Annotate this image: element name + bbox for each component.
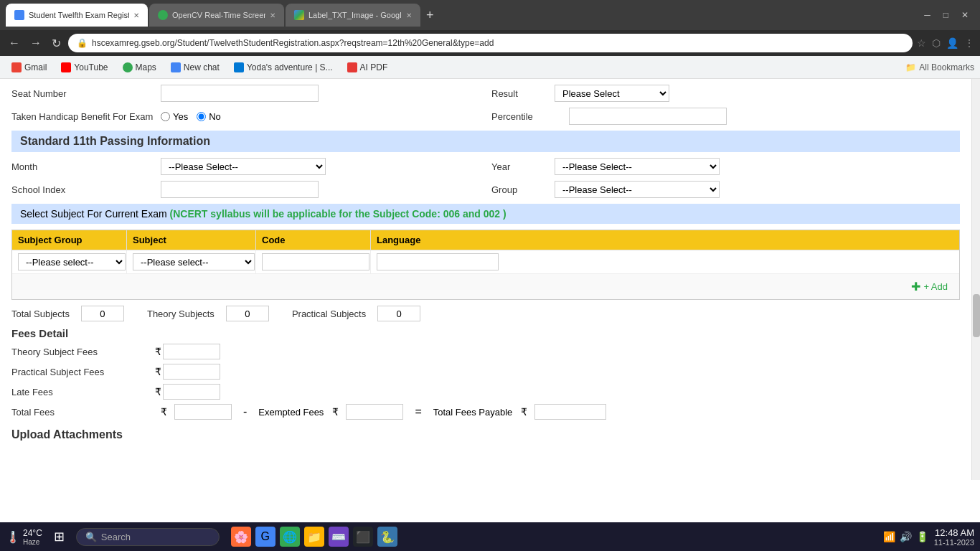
tab-close-1[interactable]: ✕ <box>133 11 139 19</box>
weather-info: 24°C Haze <box>23 528 42 546</box>
total-payable-label: Total Fees Payable <box>433 407 513 418</box>
subject-table: Subject Group Subject Code Language --Pl… <box>11 230 960 300</box>
tab-favicon-2 <box>158 10 168 20</box>
close-button[interactable]: ✕ <box>956 7 974 23</box>
practical-subjects-input[interactable]: 0 <box>377 306 420 321</box>
code-input[interactable] <box>262 253 369 270</box>
radio-yes[interactable] <box>161 112 170 121</box>
col-header-subject-group: Subject Group <box>12 230 127 250</box>
col-header-subject: Subject <box>127 230 256 250</box>
taskbar-icon-files[interactable]: G <box>255 527 275 547</box>
taskbar-icon-browser[interactable]: 🌐 <box>280 527 300 547</box>
payable-currency: ₹ <box>521 406 527 418</box>
clock-time: 12:48 AM <box>934 527 974 538</box>
result-label: Result <box>491 88 549 99</box>
result-pair: Result Please Select <box>491 85 960 102</box>
month-label: Month <box>11 161 155 172</box>
address-icons: ☆ ⬡ 👤 ⋮ <box>917 37 974 49</box>
right-scrollbar[interactable] <box>971 79 980 480</box>
practical-fee-input[interactable] <box>163 364 220 380</box>
radio-no[interactable] <box>197 112 206 121</box>
radio-yes-label[interactable]: Yes <box>161 111 188 122</box>
forward-button[interactable]: → <box>27 34 44 52</box>
reload-button[interactable]: ↻ <box>49 34 64 53</box>
month-select[interactable]: --Please Select-- <box>161 158 326 175</box>
bookmark-yoda[interactable]: Yoda's adventure | S... <box>228 60 339 75</box>
code-cell <box>256 250 371 273</box>
taskbar-search[interactable]: 🔍 Search <box>76 528 220 546</box>
late-fee-input[interactable] <box>163 384 220 400</box>
total-subjects-input[interactable]: 0 <box>81 306 124 321</box>
bookmark-youtube[interactable]: YouTube <box>55 60 113 75</box>
seat-number-label: Seat Number <box>11 88 155 99</box>
add-button-row: ✚ + Add <box>12 273 959 299</box>
bookmark-newchat[interactable]: New chat <box>165 60 225 75</box>
year-select[interactable]: --Please Select-- <box>555 158 720 175</box>
practical-currency: ₹ <box>155 366 161 377</box>
result-select[interactable]: Please Select <box>555 85 669 102</box>
search-icon: 🔍 <box>85 532 97 542</box>
bookmark-gmail[interactable]: Gmail <box>6 60 52 75</box>
practical-fee-row: Practical Subject Fees ₹ <box>11 364 960 380</box>
upload-title: Upload Attachments <box>11 428 960 441</box>
profile-icon[interactable]: 👤 <box>946 37 958 49</box>
subject-select[interactable]: --Please select-- <box>133 253 255 270</box>
battery-icon[interactable]: 🔋 <box>916 531 928 542</box>
tab-close-3[interactable]: ✕ <box>406 11 412 19</box>
bookmarks-folder-icon: 📁 <box>905 62 916 72</box>
minimize-button[interactable]: ─ <box>918 7 936 23</box>
practical-subjects-label: Practical Subjects <box>292 309 366 319</box>
extension-icon[interactable]: ⬡ <box>932 37 941 49</box>
taskbar-icon-python[interactable]: 🐍 <box>377 527 397 547</box>
gmail-icon <box>11 62 22 72</box>
subject-table-header: Subject Group Subject Code Language <box>12 230 959 250</box>
maps-icon <box>123 62 133 72</box>
language-input[interactable] <box>377 253 499 270</box>
taskbar-icon-explorer[interactable]: 📁 <box>304 527 324 547</box>
start-button[interactable]: ⊞ <box>48 526 70 547</box>
taskbar-icon-ide[interactable]: ⌨️ <box>329 527 349 547</box>
school-index-input[interactable] <box>161 181 319 198</box>
menu-icon[interactable]: ⋮ <box>964 37 974 49</box>
exempted-fee-input[interactable] <box>346 404 403 420</box>
taskbar-icon-terminal[interactable]: ⬛ <box>353 527 373 547</box>
group-label: Group <box>491 184 549 195</box>
taskbar-icon-flowers[interactable]: 🌸 <box>231 527 251 547</box>
scrollbar-thumb[interactable] <box>973 294 980 337</box>
bookmark-yoda-label: Yoda's adventure | S... <box>247 62 333 72</box>
radio-no-label[interactable]: No <box>197 111 221 122</box>
star-icon[interactable]: ☆ <box>917 37 926 49</box>
fees-title: Fees Detail <box>11 327 960 339</box>
maximize-button[interactable]: □ <box>938 7 954 23</box>
bookmark-maps[interactable]: Maps <box>117 60 162 75</box>
yoda-icon <box>234 62 244 72</box>
bookmark-newchat-label: New chat <box>184 62 220 72</box>
tab-opencv[interactable]: OpenCV Real-Time Screen Cap ✕ <box>149 4 284 27</box>
new-tab-button[interactable]: + <box>422 8 438 23</box>
add-subject-button[interactable]: ✚ + Add <box>905 277 953 296</box>
bookmark-aipdf[interactable]: AI PDF <box>341 60 394 75</box>
bookmarks-bar: Gmail YouTube Maps New chat Yoda's adven… <box>0 56 980 79</box>
seat-number-input[interactable] <box>161 85 319 102</box>
all-bookmarks[interactable]: 📁 All Bookmarks <box>905 62 974 72</box>
back-button[interactable]: ← <box>6 34 23 52</box>
tab-student-exam[interactable]: Student Twelfth Exam Registrati ✕ <box>6 4 148 27</box>
group-select[interactable]: --Please Select-- <box>555 181 720 198</box>
total-payable-input[interactable] <box>534 404 606 420</box>
network-icon[interactable]: 📶 <box>883 531 895 542</box>
bookmark-gmail-label: Gmail <box>24 62 47 72</box>
volume-icon[interactable]: 🔊 <box>900 531 912 542</box>
taskbar-icons: 🌸 G 🌐 📁 ⌨️ ⬛ 🐍 <box>231 527 397 547</box>
total-fee-input[interactable] <box>174 404 232 420</box>
month-year-row: Month --Please Select-- Year --Please Se… <box>11 158 960 175</box>
tab-close-2[interactable]: ✕ <box>270 11 275 19</box>
theory-fee-input[interactable] <box>163 344 220 359</box>
subject-group-select[interactable]: --Please select-- <box>18 253 126 270</box>
theory-fee-label: Theory Subject Fees <box>11 347 155 357</box>
clock-date: 11-11-2023 <box>934 538 974 547</box>
tab-label[interactable]: Label_TXT_Image - Google Driv ✕ <box>286 4 420 27</box>
percentile-input[interactable] <box>569 108 727 125</box>
url-bar[interactable]: 🔒 hscexamreg.gseb.org/Student/TwelvethSt… <box>68 34 913 52</box>
theory-subjects-input[interactable]: 0 <box>226 306 269 321</box>
weather-widget: 🌡️ 24°C Haze <box>6 528 42 546</box>
